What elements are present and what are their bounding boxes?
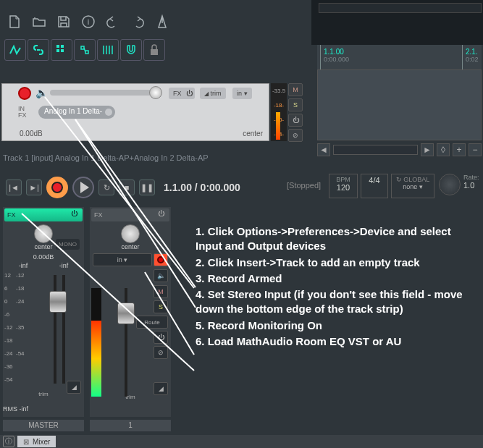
stop-button[interactable]: ■: [119, 179, 135, 195]
timesig-box[interactable]: 4/4: [361, 174, 388, 198]
save-icon[interactable]: [54, 12, 74, 32]
mixer-tab[interactable]: ⊠Mixer: [17, 436, 56, 447]
ch1-mute-button[interactable]: M: [154, 285, 168, 298]
arrange-area[interactable]: [317, 69, 482, 140]
loop-button[interactable]: ↻: [98, 179, 114, 195]
goto-end-button[interactable]: ►|: [26, 179, 42, 195]
mono-button[interactable]: MONO: [56, 239, 80, 250]
zoom-in-icon[interactable]: +: [453, 143, 466, 156]
ch1-fx-disable-button[interactable]: ⊘: [154, 346, 168, 359]
trim-button[interactable]: ◢ trim: [200, 88, 226, 99]
fader-scale: 12-12 6-18 0-24 -6 -12-35 -18 -24-54 -36…: [4, 272, 26, 388]
ruler-mark-1: 1.1.00 0:00.000: [320, 45, 352, 69]
svg-rect-2: [56, 45, 59, 48]
ruler-pos: 1.1.00: [324, 48, 349, 56]
instruction-3: 3. Record Armed: [196, 271, 479, 286]
ch1-fader-handle[interactable]: [117, 303, 135, 324]
ch1-monitor-button[interactable]: 🔈: [154, 269, 168, 282]
ch1-phase-button[interactable]: ⏻: [154, 331, 168, 344]
volume-slider[interactable]: [50, 90, 151, 96]
pause-button[interactable]: ❚❚: [139, 179, 155, 195]
master-trim-button[interactable]: ◢: [67, 381, 81, 394]
ch1-input-select[interactable]: in ▾: [93, 253, 152, 266]
ch1-fx-button[interactable]: FX⏻: [91, 208, 169, 221]
svg-rect-3: [61, 45, 64, 48]
rate-label: Rate: 1.0: [463, 174, 479, 190]
mixer-strip-master[interactable]: FX⏻ center MONO 0.00dB -inf-inf 12-12 6-…: [3, 207, 84, 417]
pan-readout: center: [243, 130, 263, 138]
master-db: 0.00dB: [3, 253, 84, 261]
transport-bar: |◄ ►| ↻ ■ ❚❚ 1.1.00 / 0:00.000: [6, 177, 240, 198]
close-tab-icon[interactable]: ⊠: [23, 438, 29, 446]
monitor-speaker-icon[interactable]: 🔈: [35, 87, 48, 98]
master-pan-knob[interactable]: [34, 224, 53, 243]
ripple-icon[interactable]: [74, 39, 96, 61]
ch1-pan-label: center: [90, 243, 171, 250]
top-strip: [319, 3, 482, 13]
in-fx-label: IN FX: [18, 106, 27, 119]
metronome-icon[interactable]: [152, 12, 172, 32]
fx-bypass-button[interactable]: ⏻: [183, 88, 195, 99]
ch1-trim-button[interactable]: ◢: [154, 382, 168, 395]
ch1-solo-button[interactable]: S: [154, 300, 168, 313]
magnet-icon[interactable]: [120, 39, 142, 61]
master-strip-name: MASTER: [3, 420, 84, 431]
ruler-time: 0:02: [466, 56, 479, 63]
envelope-icon[interactable]: [4, 39, 26, 61]
scroll-left-icon[interactable]: ◄: [317, 143, 330, 156]
volume-knob[interactable]: [149, 86, 162, 99]
marker-nav-icon[interactable]: ◊: [437, 143, 450, 156]
lock-icon[interactable]: [143, 39, 165, 61]
undo-icon[interactable]: [103, 12, 123, 32]
ruler-pos: 2.1.: [466, 48, 479, 56]
bottom-bar: ⓘ ⊠Mixer: [0, 435, 483, 448]
record-arm-button[interactable]: [18, 87, 31, 100]
timeline-ruler[interactable]: 1.1.00 0:00.000 2.1. 0:02: [317, 45, 482, 69]
master-fx-button[interactable]: FX⏻: [4, 208, 83, 221]
solo-button[interactable]: S: [288, 98, 303, 111]
ruler-mark-2: 2.1. 0:02: [462, 45, 482, 69]
scroll-right-icon[interactable]: ►: [421, 143, 434, 156]
snap-lines-icon[interactable]: [97, 39, 119, 61]
instruction-1: 1. Click Options->Preferences->Device an…: [196, 224, 479, 254]
ch1-strip-name: 1: [90, 420, 171, 431]
transport-status: [Stopped]: [287, 181, 321, 190]
ch1-pan-knob[interactable]: [121, 224, 140, 243]
track-side-buttons: M S ⏻ ⊘: [288, 83, 304, 142]
fx-disable-button[interactable]: ⊘: [288, 129, 303, 142]
mixer-strip-1[interactable]: FX⏻ center in ▾ 🔈 -33. -18- -30- -42- -5…: [90, 207, 171, 417]
master-fader-handle[interactable]: [49, 291, 67, 313]
arrange-scrollbar[interactable]: ◄ ► ◊ + −: [317, 142, 482, 158]
phase-button[interactable]: ⏻: [288, 114, 303, 127]
play-button[interactable]: [72, 177, 94, 198]
svg-rect-5: [61, 49, 64, 52]
open-file-icon[interactable]: [29, 12, 49, 32]
mute-button[interactable]: M: [288, 83, 303, 96]
info-button[interactable]: ⓘ: [3, 436, 14, 447]
ruler-time: 0:00.000: [324, 56, 349, 63]
info-icon[interactable]: i: [78, 12, 98, 32]
ch1-route-button[interactable]: Route: [136, 316, 168, 329]
scrollbar-track[interactable]: [333, 145, 418, 155]
redo-icon[interactable]: [127, 12, 148, 32]
time-display: 1.1.00 / 0:00.000: [164, 182, 240, 193]
automation-mode-box[interactable]: ↻ GLOBAL none ▾: [391, 174, 434, 198]
track-strip[interactable]: 🔈 FX ⏻ ◢ trim in ▾ IN FX Analog In 1 Del…: [1, 83, 269, 141]
zoom-out-icon[interactable]: −: [469, 143, 482, 156]
bpm-box[interactable]: BPM 120: [329, 174, 358, 198]
track-mini-meter: -33.5 -18- -30- -54-: [271, 83, 287, 141]
rate-knob[interactable]: [439, 174, 461, 195]
grid-icon[interactable]: [51, 39, 72, 61]
input-mode-button[interactable]: in ▾: [232, 88, 252, 99]
db-readout: 0.00dB: [20, 130, 43, 138]
new-file-icon[interactable]: [4, 12, 25, 32]
ch1-record-arm[interactable]: [154, 253, 168, 266]
link-icon[interactable]: [28, 39, 49, 61]
input-select[interactable]: Analog In 1 Delta-: [38, 106, 115, 119]
record-button[interactable]: [46, 177, 68, 198]
svg-rect-4: [56, 49, 59, 52]
goto-start-button[interactable]: |◄: [6, 179, 22, 195]
track-input-label: Track 1 [input] Analog In 1 Delta-AP+Ana…: [3, 153, 209, 162]
master-peak: -inf-inf: [3, 262, 84, 269]
svg-rect-6: [151, 49, 158, 55]
